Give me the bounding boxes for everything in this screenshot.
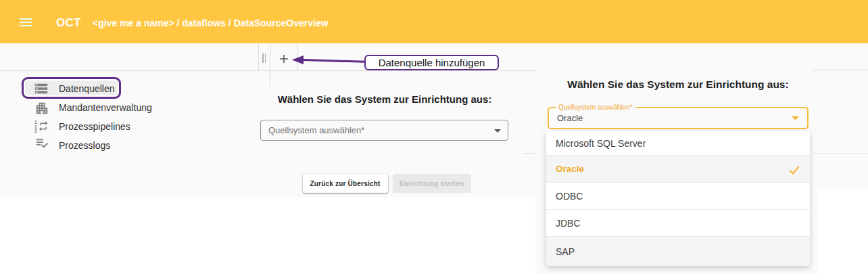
- svg-text:3: 3: [34, 129, 37, 133]
